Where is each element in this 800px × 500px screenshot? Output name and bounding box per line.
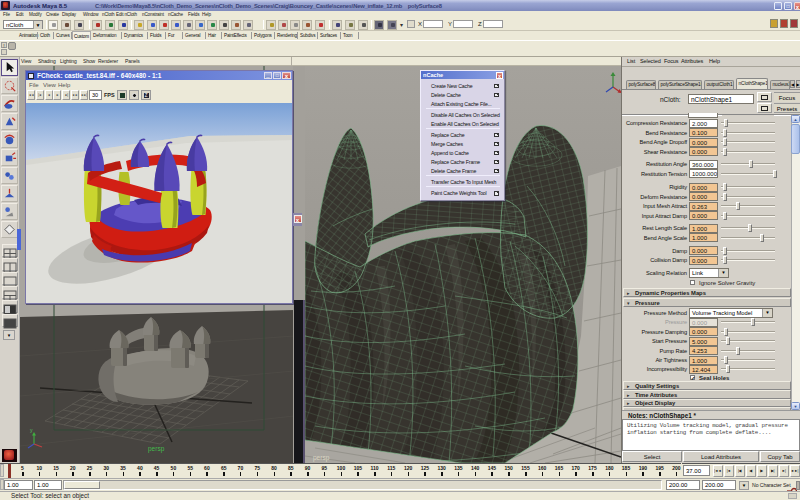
svg-text:persp: persp <box>148 445 165 453</box>
